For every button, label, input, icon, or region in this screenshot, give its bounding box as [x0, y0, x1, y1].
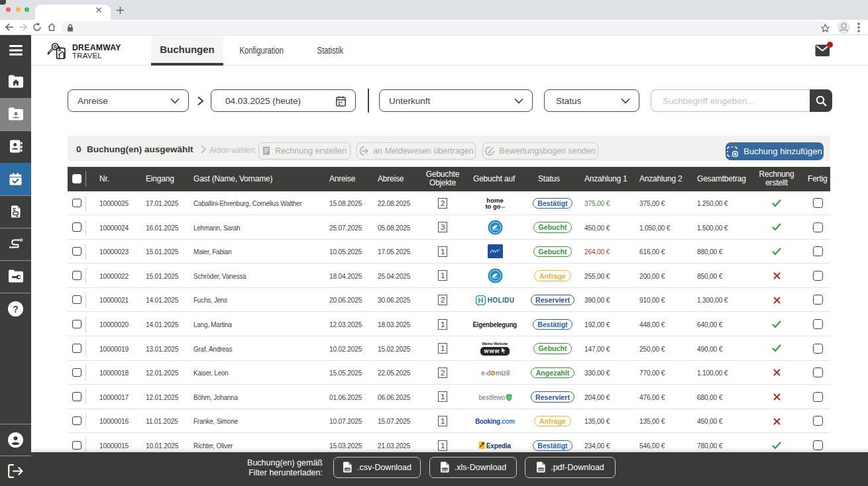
svg-text:CSV: CSV [345, 468, 351, 471]
svg-text:XLS: XLS [442, 468, 447, 471]
svg-text:PDF: PDF [538, 468, 544, 471]
svg-text:?: ? [13, 303, 19, 314]
